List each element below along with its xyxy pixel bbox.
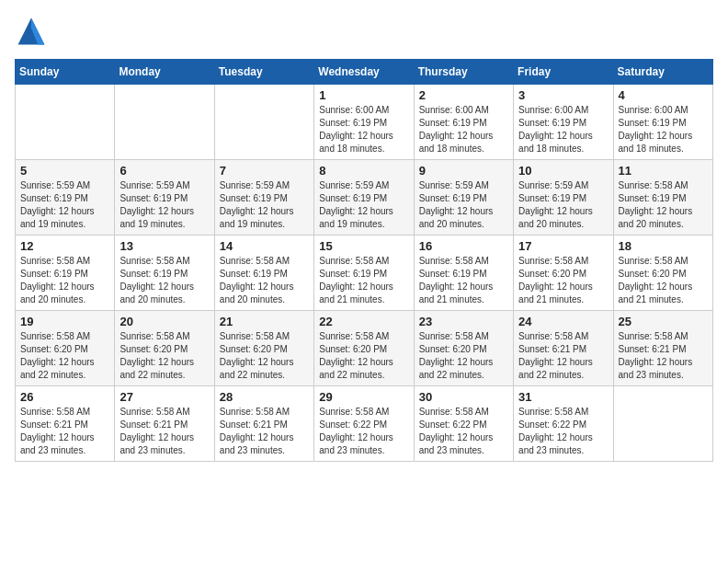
calendar-week-row: 12Sunrise: 5:58 AM Sunset: 6:19 PM Dayli… xyxy=(16,236,713,311)
calendar-day-cell: 15Sunrise: 5:58 AM Sunset: 6:19 PM Dayli… xyxy=(314,236,414,311)
calendar-day-cell xyxy=(214,85,313,160)
calendar-day-cell xyxy=(613,386,712,462)
logo-icon xyxy=(15,15,48,48)
weekday-header: Monday xyxy=(115,60,214,85)
day-info: Sunrise: 5:58 AM Sunset: 6:19 PM Dayligh… xyxy=(619,179,708,231)
day-number: 23 xyxy=(419,315,508,328)
calendar-day-cell: 30Sunrise: 5:58 AM Sunset: 6:22 PM Dayli… xyxy=(414,386,513,462)
weekday-header-row: SundayMondayTuesdayWednesdayThursdayFrid… xyxy=(16,60,713,85)
day-info: Sunrise: 5:58 AM Sunset: 6:20 PM Dayligh… xyxy=(20,330,109,382)
day-number: 30 xyxy=(419,390,508,404)
calendar-day-cell xyxy=(115,85,214,160)
calendar-day-cell: 28Sunrise: 5:58 AM Sunset: 6:21 PM Dayli… xyxy=(214,386,313,462)
day-info: Sunrise: 5:58 AM Sunset: 6:19 PM Dayligh… xyxy=(419,255,508,306)
calendar-week-row: 26Sunrise: 5:58 AM Sunset: 6:21 PM Dayli… xyxy=(16,386,713,462)
calendar-day-cell: 26Sunrise: 5:58 AM Sunset: 6:21 PM Dayli… xyxy=(16,386,115,462)
day-info: Sunrise: 5:59 AM Sunset: 6:19 PM Dayligh… xyxy=(220,179,309,231)
day-number: 2 xyxy=(419,88,508,102)
calendar-day-cell: 19Sunrise: 5:58 AM Sunset: 6:20 PM Dayli… xyxy=(16,311,115,386)
day-number: 20 xyxy=(119,315,209,328)
day-info: Sunrise: 5:58 AM Sunset: 6:19 PM Dayligh… xyxy=(119,255,209,306)
day-number: 5 xyxy=(20,164,109,178)
calendar-table: SundayMondayTuesdayWednesdayThursdayFrid… xyxy=(15,59,713,462)
day-info: Sunrise: 5:58 AM Sunset: 6:21 PM Dayligh… xyxy=(119,406,209,457)
calendar-week-row: 1Sunrise: 6:00 AM Sunset: 6:19 PM Daylig… xyxy=(16,85,713,160)
day-info: Sunrise: 5:59 AM Sunset: 6:19 PM Dayligh… xyxy=(20,179,109,231)
day-number: 28 xyxy=(220,390,309,404)
day-number: 9 xyxy=(419,164,508,178)
day-info: Sunrise: 5:58 AM Sunset: 6:20 PM Dayligh… xyxy=(319,330,408,382)
day-number: 15 xyxy=(319,239,408,253)
calendar-day-cell: 5Sunrise: 5:59 AM Sunset: 6:19 PM Daylig… xyxy=(16,160,115,236)
day-number: 26 xyxy=(20,390,109,404)
day-info: Sunrise: 6:00 AM Sunset: 6:19 PM Dayligh… xyxy=(419,104,508,155)
calendar-day-cell: 9Sunrise: 5:59 AM Sunset: 6:19 PM Daylig… xyxy=(414,160,513,236)
day-number: 12 xyxy=(20,239,109,253)
calendar-day-cell: 8Sunrise: 5:59 AM Sunset: 6:19 PM Daylig… xyxy=(314,160,414,236)
day-number: 21 xyxy=(220,315,309,328)
day-info: Sunrise: 5:58 AM Sunset: 6:22 PM Dayligh… xyxy=(419,406,508,457)
day-number: 18 xyxy=(619,239,708,253)
day-number: 7 xyxy=(220,164,309,178)
calendar-day-cell xyxy=(16,85,115,160)
day-number: 13 xyxy=(119,239,209,253)
calendar-day-cell: 1Sunrise: 6:00 AM Sunset: 6:19 PM Daylig… xyxy=(314,85,414,160)
day-number: 22 xyxy=(319,315,408,328)
day-info: Sunrise: 5:58 AM Sunset: 6:21 PM Dayligh… xyxy=(619,330,708,382)
calendar-day-cell: 29Sunrise: 5:58 AM Sunset: 6:22 PM Dayli… xyxy=(314,386,414,462)
calendar-day-cell: 17Sunrise: 5:58 AM Sunset: 6:20 PM Dayli… xyxy=(514,236,613,311)
day-number: 19 xyxy=(20,315,109,328)
calendar-day-cell: 25Sunrise: 5:58 AM Sunset: 6:21 PM Dayli… xyxy=(613,311,712,386)
day-info: Sunrise: 5:58 AM Sunset: 6:22 PM Dayligh… xyxy=(518,406,608,457)
page-header xyxy=(15,15,713,48)
calendar-day-cell: 4Sunrise: 6:00 AM Sunset: 6:19 PM Daylig… xyxy=(613,85,712,160)
weekday-header: Wednesday xyxy=(314,60,414,85)
calendar-day-cell: 2Sunrise: 6:00 AM Sunset: 6:19 PM Daylig… xyxy=(414,85,513,160)
calendar-day-cell: 13Sunrise: 5:58 AM Sunset: 6:19 PM Dayli… xyxy=(115,236,214,311)
day-number: 1 xyxy=(319,88,408,102)
day-number: 6 xyxy=(119,164,209,178)
day-number: 11 xyxy=(619,164,708,178)
day-number: 29 xyxy=(319,390,408,404)
calendar-day-cell: 7Sunrise: 5:59 AM Sunset: 6:19 PM Daylig… xyxy=(214,160,313,236)
day-number: 14 xyxy=(220,239,309,253)
day-number: 24 xyxy=(518,315,608,328)
day-info: Sunrise: 5:59 AM Sunset: 6:19 PM Dayligh… xyxy=(419,179,508,231)
day-info: Sunrise: 5:58 AM Sunset: 6:20 PM Dayligh… xyxy=(619,255,708,306)
calendar-day-cell: 12Sunrise: 5:58 AM Sunset: 6:19 PM Dayli… xyxy=(16,236,115,311)
day-info: Sunrise: 6:00 AM Sunset: 6:19 PM Dayligh… xyxy=(319,104,408,155)
calendar-day-cell: 31Sunrise: 5:58 AM Sunset: 6:22 PM Dayli… xyxy=(514,386,613,462)
calendar-day-cell: 21Sunrise: 5:58 AM Sunset: 6:20 PM Dayli… xyxy=(214,311,313,386)
calendar-week-row: 5Sunrise: 5:59 AM Sunset: 6:19 PM Daylig… xyxy=(16,160,713,236)
calendar-day-cell: 23Sunrise: 5:58 AM Sunset: 6:20 PM Dayli… xyxy=(414,311,513,386)
day-info: Sunrise: 5:58 AM Sunset: 6:19 PM Dayligh… xyxy=(20,255,109,306)
calendar-day-cell: 16Sunrise: 5:58 AM Sunset: 6:19 PM Dayli… xyxy=(414,236,513,311)
calendar-day-cell: 18Sunrise: 5:58 AM Sunset: 6:20 PM Dayli… xyxy=(613,236,712,311)
weekday-header: Saturday xyxy=(613,60,712,85)
day-number: 25 xyxy=(619,315,708,328)
calendar-day-cell: 11Sunrise: 5:58 AM Sunset: 6:19 PM Dayli… xyxy=(613,160,712,236)
day-info: Sunrise: 5:58 AM Sunset: 6:20 PM Dayligh… xyxy=(518,255,608,306)
day-info: Sunrise: 5:58 AM Sunset: 6:21 PM Dayligh… xyxy=(220,406,309,457)
day-info: Sunrise: 5:58 AM Sunset: 6:21 PM Dayligh… xyxy=(518,330,608,382)
weekday-header: Sunday xyxy=(16,60,115,85)
day-number: 17 xyxy=(518,239,608,253)
day-info: Sunrise: 5:59 AM Sunset: 6:19 PM Dayligh… xyxy=(319,179,408,231)
logo xyxy=(15,15,51,48)
day-info: Sunrise: 5:58 AM Sunset: 6:21 PM Dayligh… xyxy=(20,406,109,457)
calendar-day-cell: 3Sunrise: 6:00 AM Sunset: 6:19 PM Daylig… xyxy=(514,85,613,160)
day-number: 27 xyxy=(119,390,209,404)
day-info: Sunrise: 5:58 AM Sunset: 6:22 PM Dayligh… xyxy=(319,406,408,457)
calendar-day-cell: 24Sunrise: 5:58 AM Sunset: 6:21 PM Dayli… xyxy=(514,311,613,386)
calendar-day-cell: 22Sunrise: 5:58 AM Sunset: 6:20 PM Dayli… xyxy=(314,311,414,386)
day-info: Sunrise: 5:58 AM Sunset: 6:19 PM Dayligh… xyxy=(220,255,309,306)
day-info: Sunrise: 5:58 AM Sunset: 6:19 PM Dayligh… xyxy=(319,255,408,306)
calendar-day-cell: 10Sunrise: 5:59 AM Sunset: 6:19 PM Dayli… xyxy=(514,160,613,236)
calendar-day-cell: 20Sunrise: 5:58 AM Sunset: 6:20 PM Dayli… xyxy=(115,311,214,386)
day-info: Sunrise: 6:00 AM Sunset: 6:19 PM Dayligh… xyxy=(518,104,608,155)
day-info: Sunrise: 6:00 AM Sunset: 6:19 PM Dayligh… xyxy=(619,104,708,155)
day-info: Sunrise: 5:59 AM Sunset: 6:19 PM Dayligh… xyxy=(518,179,608,231)
weekday-header: Tuesday xyxy=(214,60,313,85)
calendar-day-cell: 6Sunrise: 5:59 AM Sunset: 6:19 PM Daylig… xyxy=(115,160,214,236)
day-info: Sunrise: 5:58 AM Sunset: 6:20 PM Dayligh… xyxy=(220,330,309,382)
